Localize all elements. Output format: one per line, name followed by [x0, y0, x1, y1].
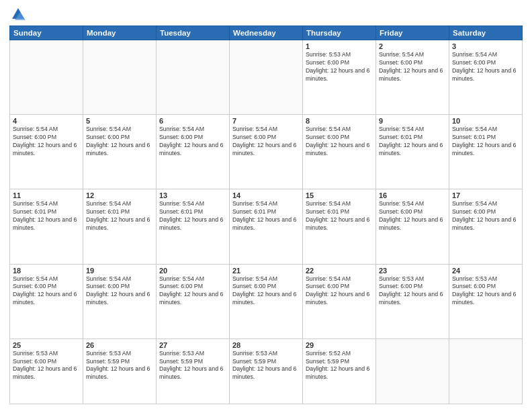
day-number: 8 [306, 117, 373, 125]
calendar-day-cell: 11Sunrise: 5:54 AMSunset: 6:01 PMDayligh… [10, 189, 83, 264]
calendar-day-cell: 12Sunrise: 5:54 AMSunset: 6:01 PMDayligh… [83, 189, 157, 264]
weekday-header-tuesday: Tuesday [157, 26, 230, 40]
day-number: 6 [159, 117, 226, 125]
day-number: 23 [379, 267, 446, 275]
calendar-day-cell: 2Sunrise: 5:54 AMSunset: 6:00 PMDaylight… [376, 40, 449, 115]
day-number: 19 [86, 267, 153, 275]
day-info: Sunrise: 5:54 AMSunset: 6:00 PMDaylight:… [379, 200, 446, 232]
calendar-day-cell: 22Sunrise: 5:54 AMSunset: 6:00 PMDayligh… [303, 264, 376, 338]
day-number: 16 [379, 191, 446, 199]
day-info: Sunrise: 5:54 AMSunset: 6:00 PMDaylight:… [159, 126, 226, 158]
calendar-week-row: 18Sunrise: 5:54 AMSunset: 6:00 PMDayligh… [10, 264, 523, 338]
day-number: 15 [306, 191, 373, 199]
weekday-header-saturday: Saturday [449, 26, 523, 40]
calendar-day-cell [10, 40, 83, 115]
weekday-header-row: SundayMondayTuesdayWednesdayThursdayFrid… [10, 26, 523, 40]
calendar-day-cell [83, 40, 157, 115]
day-number: 17 [452, 191, 519, 199]
day-info: Sunrise: 5:53 AMSunset: 5:59 PMDaylight:… [159, 350, 226, 382]
page: SundayMondayTuesdayWednesdayThursdayFrid… [0, 0, 532, 411]
calendar-day-cell [449, 338, 523, 404]
day-info: Sunrise: 5:54 AMSunset: 6:00 PMDaylight:… [86, 275, 153, 308]
calendar-week-row: 1Sunrise: 5:53 AMSunset: 6:00 PMDaylight… [10, 40, 523, 115]
calendar-table: SundayMondayTuesdayWednesdayThursdayFrid… [9, 26, 523, 404]
day-number: 3 [452, 42, 519, 50]
weekday-header-wednesday: Wednesday [230, 26, 303, 40]
calendar-day-cell: 7Sunrise: 5:54 AMSunset: 6:00 PMDaylight… [230, 115, 303, 189]
day-info: Sunrise: 5:54 AMSunset: 6:01 PMDaylight:… [159, 200, 226, 232]
calendar-day-cell: 14Sunrise: 5:54 AMSunset: 6:01 PMDayligh… [230, 189, 303, 264]
day-info: Sunrise: 5:53 AMSunset: 6:00 PMDaylight:… [379, 275, 446, 308]
day-number: 21 [232, 267, 300, 275]
day-number: 27 [159, 341, 226, 349]
calendar-day-cell: 6Sunrise: 5:54 AMSunset: 6:00 PMDaylight… [157, 115, 230, 189]
weekday-header-thursday: Thursday [303, 26, 376, 40]
day-info: Sunrise: 5:54 AMSunset: 6:01 PMDaylight:… [452, 126, 519, 158]
calendar-day-cell: 26Sunrise: 5:53 AMSunset: 5:59 PMDayligh… [83, 338, 157, 404]
day-info: Sunrise: 5:54 AMSunset: 6:01 PMDaylight:… [379, 126, 446, 158]
day-info: Sunrise: 5:54 AMSunset: 6:01 PMDaylight:… [86, 200, 153, 232]
day-number: 18 [13, 267, 80, 275]
day-number: 11 [13, 191, 80, 199]
logo-icon [11, 7, 26, 21]
calendar-day-cell: 10Sunrise: 5:54 AMSunset: 6:01 PMDayligh… [449, 115, 523, 189]
day-number: 5 [86, 117, 153, 125]
weekday-header-sunday: Sunday [10, 26, 83, 40]
day-info: Sunrise: 5:54 AMSunset: 6:00 PMDaylight:… [13, 275, 80, 308]
day-info: Sunrise: 5:52 AMSunset: 5:59 PMDaylight:… [306, 350, 373, 382]
calendar-day-cell: 15Sunrise: 5:54 AMSunset: 6:01 PMDayligh… [303, 189, 376, 264]
day-number: 4 [13, 117, 80, 125]
calendar-day-cell: 13Sunrise: 5:54 AMSunset: 6:01 PMDayligh… [157, 189, 230, 264]
calendar-day-cell: 19Sunrise: 5:54 AMSunset: 6:00 PMDayligh… [83, 264, 157, 338]
day-info: Sunrise: 5:54 AMSunset: 6:00 PMDaylight:… [232, 126, 300, 158]
day-info: Sunrise: 5:54 AMSunset: 6:00 PMDaylight:… [86, 126, 153, 158]
day-info: Sunrise: 5:53 AMSunset: 6:00 PMDaylight:… [306, 51, 373, 83]
calendar-day-cell: 4Sunrise: 5:54 AMSunset: 6:00 PMDaylight… [10, 115, 83, 189]
day-number: 29 [306, 341, 373, 349]
day-number: 2 [379, 42, 446, 50]
weekday-header-monday: Monday [83, 26, 157, 40]
day-info: Sunrise: 5:53 AMSunset: 6:00 PMDaylight:… [13, 350, 80, 382]
day-number: 25 [13, 341, 80, 349]
day-number: 13 [159, 191, 226, 199]
logo-text [9, 7, 26, 21]
day-info: Sunrise: 5:53 AMSunset: 5:59 PMDaylight:… [232, 350, 300, 382]
calendar-day-cell: 1Sunrise: 5:53 AMSunset: 6:00 PMDaylight… [303, 40, 376, 115]
calendar-day-cell: 17Sunrise: 5:54 AMSunset: 6:00 PMDayligh… [449, 189, 523, 264]
day-info: Sunrise: 5:54 AMSunset: 6:00 PMDaylight:… [159, 275, 226, 308]
calendar-day-cell: 9Sunrise: 5:54 AMSunset: 6:01 PMDaylight… [376, 115, 449, 189]
day-number: 26 [86, 341, 153, 349]
calendar-day-cell: 3Sunrise: 5:54 AMSunset: 6:00 PMDaylight… [449, 40, 523, 115]
day-info: Sunrise: 5:54 AMSunset: 6:00 PMDaylight:… [306, 126, 373, 158]
day-info: Sunrise: 5:54 AMSunset: 6:00 PMDaylight:… [379, 51, 446, 83]
calendar-day-cell [157, 40, 230, 115]
day-info: Sunrise: 5:54 AMSunset: 6:01 PMDaylight:… [13, 200, 80, 232]
day-info: Sunrise: 5:54 AMSunset: 6:00 PMDaylight:… [452, 51, 519, 83]
calendar-day-cell: 27Sunrise: 5:53 AMSunset: 5:59 PMDayligh… [157, 338, 230, 404]
day-info: Sunrise: 5:54 AMSunset: 6:01 PMDaylight:… [306, 200, 373, 232]
calendar-day-cell: 23Sunrise: 5:53 AMSunset: 6:00 PMDayligh… [376, 264, 449, 338]
calendar-day-cell [376, 338, 449, 404]
day-info: Sunrise: 5:54 AMSunset: 6:01 PMDaylight:… [232, 200, 300, 232]
day-number: 28 [232, 341, 300, 349]
day-number: 7 [232, 117, 300, 125]
day-info: Sunrise: 5:54 AMSunset: 6:00 PMDaylight:… [232, 275, 300, 308]
calendar-day-cell: 16Sunrise: 5:54 AMSunset: 6:00 PMDayligh… [376, 189, 449, 264]
calendar-day-cell: 18Sunrise: 5:54 AMSunset: 6:00 PMDayligh… [10, 264, 83, 338]
day-number: 12 [86, 191, 153, 199]
calendar-day-cell: 28Sunrise: 5:53 AMSunset: 5:59 PMDayligh… [230, 338, 303, 404]
day-info: Sunrise: 5:54 AMSunset: 6:00 PMDaylight:… [452, 200, 519, 232]
calendar-day-cell: 29Sunrise: 5:52 AMSunset: 5:59 PMDayligh… [303, 338, 376, 404]
calendar-day-cell [230, 40, 303, 115]
day-info: Sunrise: 5:53 AMSunset: 6:00 PMDaylight:… [452, 275, 519, 308]
calendar-day-cell: 5Sunrise: 5:54 AMSunset: 6:00 PMDaylight… [83, 115, 157, 189]
day-info: Sunrise: 5:54 AMSunset: 6:00 PMDaylight:… [13, 126, 80, 158]
calendar-day-cell: 21Sunrise: 5:54 AMSunset: 6:00 PMDayligh… [230, 264, 303, 338]
day-number: 20 [159, 267, 226, 275]
day-number: 9 [379, 117, 446, 125]
calendar-week-row: 25Sunrise: 5:53 AMSunset: 6:00 PMDayligh… [10, 338, 523, 404]
day-info: Sunrise: 5:54 AMSunset: 6:00 PMDaylight:… [306, 275, 373, 308]
calendar-day-cell: 24Sunrise: 5:53 AMSunset: 6:00 PMDayligh… [449, 264, 523, 338]
calendar-day-cell: 25Sunrise: 5:53 AMSunset: 6:00 PMDayligh… [10, 338, 83, 404]
header [9, 7, 523, 21]
